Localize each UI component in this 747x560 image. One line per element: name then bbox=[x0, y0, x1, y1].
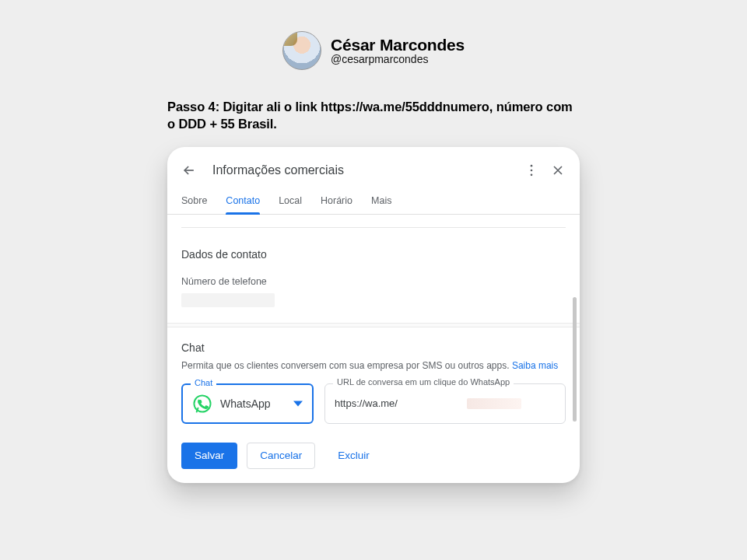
tab-mais[interactable]: Mais bbox=[371, 187, 391, 214]
tab-horario[interactable]: Horário bbox=[321, 187, 352, 214]
delete-button[interactable]: Excluir bbox=[324, 443, 383, 469]
svg-point-3 bbox=[194, 395, 210, 411]
learn-more-link[interactable]: Saiba mais bbox=[512, 360, 558, 371]
chat-description-text: Permita que os clientes conversem com su… bbox=[181, 360, 512, 371]
svg-point-0 bbox=[531, 164, 533, 166]
cancel-button[interactable]: Cancelar bbox=[247, 443, 315, 469]
close-icon[interactable] bbox=[550, 163, 566, 178]
business-info-card: Informações comerciais Sobre Contato Loc… bbox=[167, 147, 580, 483]
chat-section-title: Chat bbox=[181, 341, 566, 354]
author-avatar bbox=[282, 31, 321, 70]
chat-description: Permita que os clientes conversem com su… bbox=[181, 360, 566, 371]
tab-sobre[interactable]: Sobre bbox=[181, 187, 207, 214]
phone-value-masked bbox=[181, 293, 275, 307]
svg-point-2 bbox=[531, 173, 533, 176]
chat-select-label: Chat bbox=[191, 379, 216, 387]
whatsapp-url-input[interactable] bbox=[335, 397, 465, 409]
author-name: César Marcondes bbox=[331, 36, 465, 54]
save-button[interactable]: Salvar bbox=[181, 443, 237, 469]
tab-local[interactable]: Local bbox=[279, 187, 302, 214]
url-field-label: URL de conversa em um clique do WhatsApp bbox=[333, 378, 514, 387]
tab-contato[interactable]: Contato bbox=[226, 187, 260, 214]
divider bbox=[181, 227, 566, 228]
tabs: Sobre Contato Local Horário Mais bbox=[167, 187, 580, 215]
contact-section-title: Dados de contato bbox=[181, 248, 566, 261]
back-arrow-icon[interactable] bbox=[181, 163, 197, 178]
caret-down-icon bbox=[293, 399, 303, 408]
author-block: César Marcondes @cesarpmarcondes bbox=[282, 31, 465, 70]
author-handle: @cesarpmarcondes bbox=[331, 53, 465, 65]
chat-app-select[interactable]: Chat WhatsApp bbox=[181, 383, 314, 424]
svg-point-1 bbox=[531, 169, 533, 171]
chat-select-value: WhatsApp bbox=[220, 397, 293, 410]
section-divider bbox=[167, 323, 580, 327]
url-value-masked bbox=[467, 398, 521, 409]
scrollbar[interactable] bbox=[573, 297, 577, 422]
step-instruction: Passo 4: Digitar ali o link https://wa.m… bbox=[167, 98, 580, 133]
whatsapp-icon bbox=[192, 394, 212, 414]
more-vert-icon[interactable] bbox=[524, 163, 539, 178]
whatsapp-url-field[interactable]: URL de conversa em um clique do WhatsApp bbox=[324, 383, 566, 424]
panel-title: Informações comerciais bbox=[212, 163, 524, 177]
phone-field-label: Número de telefone bbox=[181, 276, 566, 287]
